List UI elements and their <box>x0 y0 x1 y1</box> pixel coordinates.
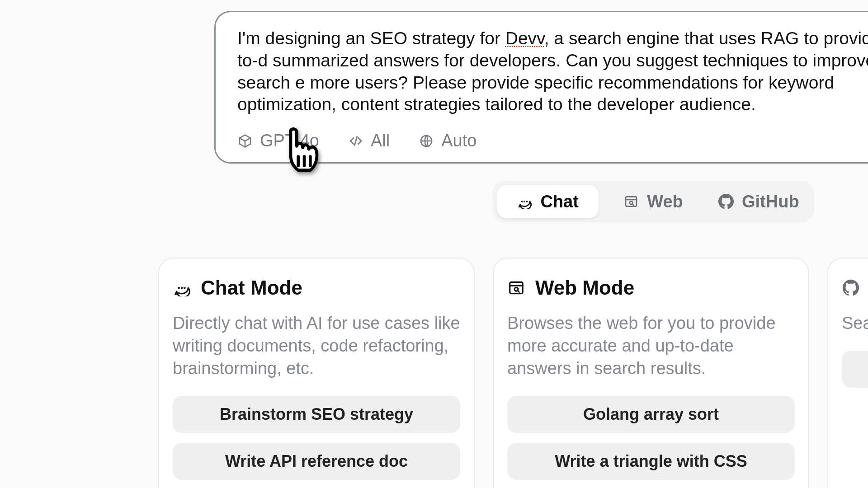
tab-github[interactable]: GitHub <box>708 185 810 218</box>
tab-web-label: Web <box>647 192 683 211</box>
tab-chat[interactable]: Chat <box>497 185 599 218</box>
suggestion-button[interactable]: Write API reference doc <box>173 443 460 480</box>
card-github-mode: G Sea rep sea <box>827 258 868 488</box>
prompt-spellcheck-word: Devv <box>505 28 544 48</box>
prompt-text[interactable]: I'm designing an SEO strategy for Devv, … <box>237 28 868 116</box>
card-chat-mode: Chat Mode Directly chat with AI for use … <box>158 258 475 488</box>
language-selector-label: All <box>371 131 390 150</box>
svg-point-6 <box>179 287 179 288</box>
mode-tabs: Chat Web GitHub <box>493 181 814 222</box>
card-web-desc: Browses the web for you to provide more … <box>507 312 795 380</box>
github-icon <box>842 279 860 297</box>
tab-chat-label: Chat <box>540 192 578 211</box>
code-icon <box>348 133 363 149</box>
chat-icon <box>173 279 191 297</box>
card-web-mode: Web Mode Browses the web for you to prov… <box>493 258 809 488</box>
chat-icon <box>517 194 532 209</box>
browser-icon <box>623 194 639 209</box>
browser-icon <box>507 279 525 297</box>
card-web-title: Web Mode <box>535 277 634 299</box>
card-chat-desc: Directly chat with AI for use cases like… <box>173 312 460 380</box>
svg-point-2 <box>524 201 525 202</box>
card-github-desc: Sea rep sea <box>842 312 868 334</box>
card-chat-title: Chat Mode <box>201 277 302 299</box>
svg-point-8 <box>184 287 185 288</box>
suggestion-button[interactable]: Write a triangle with CSS <box>507 443 795 480</box>
suggestion-button[interactable]: Golang array sort <box>507 396 795 433</box>
prompt-input-box[interactable]: I'm designing an SEO strategy for Devv, … <box>214 11 868 164</box>
language-selector[interactable]: All <box>348 131 390 150</box>
cube-icon <box>237 133 253 149</box>
model-selector[interactable]: GPT-4o <box>237 131 319 150</box>
tab-github-label: GitHub <box>742 192 799 211</box>
model-selector-label: GPT-4o <box>260 131 319 150</box>
github-icon <box>718 194 734 209</box>
svg-point-3 <box>527 201 527 202</box>
suggestion-button[interactable] <box>842 351 868 388</box>
prompt-text-pre: I'm designing an SEO strategy for <box>237 28 505 48</box>
globe-icon <box>419 133 434 149</box>
mode-cards: Chat Mode Directly chat with AI for use … <box>158 258 868 488</box>
suggestion-button[interactable]: Brainstorm SEO strategy <box>173 396 460 433</box>
prompt-selectors: GPT-4o All Auto <box>237 131 868 150</box>
svg-point-7 <box>181 287 182 288</box>
browse-selector[interactable]: Auto <box>419 131 476 150</box>
tab-web[interactable]: Web <box>602 185 704 218</box>
browse-selector-label: Auto <box>441 131 476 150</box>
svg-point-1 <box>522 201 522 202</box>
